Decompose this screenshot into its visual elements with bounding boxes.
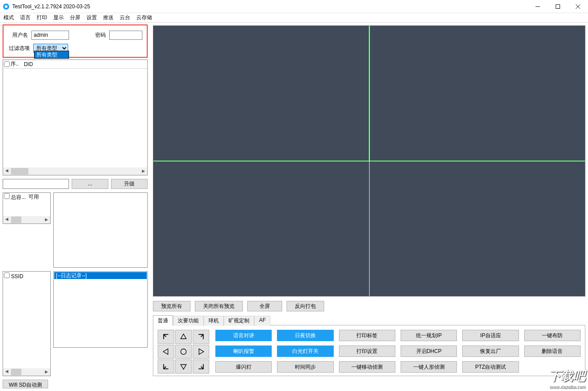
ptz-down-right[interactable] [193, 360, 209, 374]
video-pane-3[interactable] [153, 161, 369, 297]
ptz-down[interactable] [175, 360, 192, 374]
menu-ptz[interactable]: 云台 [120, 14, 130, 21]
ssid-checkbox[interactable] [4, 272, 10, 278]
ptz-autotest-button[interactable]: PTZ自动测试 [462, 361, 519, 373]
cap-checkbox[interactable] [4, 193, 10, 199]
upgrade-button[interactable]: 升级 [111, 179, 148, 189]
ptz-pad [158, 330, 209, 371]
menu-language[interactable]: 语言 [20, 14, 31, 21]
delete-voice-button[interactable]: 删除语音 [524, 346, 581, 357]
menu-cloud[interactable]: 云存储 [136, 14, 152, 21]
scroll-thumb[interactable] [11, 216, 21, 223]
menu-settings[interactable]: 设置 [86, 14, 97, 21]
white-light-button[interactable]: 白光灯开关 [277, 346, 333, 357]
reverse-pack-button[interactable]: 反向打包 [287, 301, 324, 311]
tab-content: 语音对讲 日夜切换 打印标签 统一规划IP IP自适应 一键布防 喇叭报警 白光… [153, 325, 585, 376]
cap-hscroll[interactable]: ◄ ► [3, 216, 50, 223]
scroll-right-icon[interactable]: ► [43, 216, 50, 223]
plan-ip-button[interactable]: 统一规划IP [401, 330, 457, 341]
file-path-input[interactable] [3, 179, 69, 189]
factory-reset-button[interactable]: 恢复出厂 [462, 346, 519, 357]
dhcp-button[interactable]: 开启DHCP [401, 346, 457, 357]
ptz-up-right[interactable] [193, 330, 209, 344]
close-all-preview-button[interactable]: 关闭所有预览 [195, 301, 243, 311]
ptz-down-left[interactable] [158, 360, 174, 374]
tab-af[interactable]: AF [254, 316, 270, 326]
speaker-alarm-button[interactable]: 喇叭报警 [215, 346, 272, 357]
ptz-up[interactable] [175, 330, 192, 344]
print-settings-button[interactable]: 打印设置 [339, 346, 395, 357]
strobe-button[interactable]: 爆闪灯 [215, 361, 272, 373]
arm-button[interactable]: 一键布防 [524, 330, 581, 341]
menu-display[interactable]: 显示 [53, 14, 64, 21]
video-grid [153, 25, 585, 297]
username-input[interactable] [31, 31, 69, 40]
scroll-thumb[interactable] [11, 369, 21, 375]
scroll-right-icon[interactable]: ► [43, 368, 50, 376]
print-label-button[interactable]: 打印标签 [339, 330, 395, 341]
title-bar: TestTool_v2.1.2.7924 2020-03-25 [0, 0, 588, 13]
filter-dropdown-option[interactable]: 所有类型 [34, 51, 69, 59]
menu-split[interactable]: 分屏 [70, 14, 80, 21]
username-label: 用户名 [8, 31, 28, 39]
voice-intercom-button[interactable]: 语音对讲 [215, 330, 272, 341]
devlist-checkbox-all[interactable] [4, 61, 10, 67]
preview-all-button[interactable]: 预览所有 [153, 301, 190, 311]
password-label: 密码 [93, 31, 106, 39]
scroll-left-icon[interactable]: ◄ [3, 368, 10, 376]
tab-megvii[interactable]: 旷视定制 [224, 316, 254, 326]
browse-button[interactable]: ... [72, 179, 108, 189]
ssid-hscroll[interactable]: ◄ ► [3, 368, 50, 376]
filter-label: 过滤选项 [8, 45, 30, 52]
svg-point-6 [181, 349, 187, 355]
tab-general[interactable]: 普通 [153, 315, 173, 325]
minimize-button[interactable] [528, 0, 548, 13]
menu-mode[interactable]: 模式 [3, 14, 14, 21]
motion-detect-button[interactable]: 一键移动侦测 [339, 361, 395, 373]
ptz-right[interactable] [193, 345, 209, 359]
left-panel: 用户名 密码 过滤选项 所有类型 所有类型 序.. DID ◄ ► [0, 23, 150, 391]
ptz-left[interactable] [158, 345, 174, 359]
fullscreen-button[interactable]: 全屏 [247, 301, 282, 311]
maximize-button[interactable] [548, 0, 568, 13]
time-sync-button[interactable]: 时间同步 [277, 361, 333, 373]
cap-col-avail: 可用 [28, 193, 39, 201]
app-icon [3, 3, 10, 10]
devlist-hscroll[interactable]: ◄ ► [3, 168, 147, 175]
video-pane-1[interactable] [153, 26, 369, 161]
wifi-sd-test-button[interactable]: Wifi SD自动测 [3, 380, 48, 388]
ip-adaptive-button[interactable]: IP自适应 [462, 330, 519, 341]
tab-dome[interactable]: 球机 [204, 316, 224, 326]
ptz-center[interactable] [175, 345, 192, 359]
svg-rect-3 [556, 4, 560, 8]
scroll-right-icon[interactable]: ► [140, 168, 147, 175]
svg-point-1 [5, 5, 7, 8]
menu-push[interactable]: 推送 [103, 14, 114, 21]
window-title: TestTool_v2.1.2.7924 2020-03-25 [12, 3, 90, 10]
right-panel: 预览所有 关闭所有预览 全屏 反向打包 普通 次要功能 球机 旷视定制 AF [150, 23, 588, 391]
password-input[interactable] [109, 31, 142, 40]
scroll-thumb[interactable] [11, 168, 28, 175]
log-box-lower[interactable]: [--日志记录--] [53, 271, 148, 348]
tab-bar: 普通 次要功能 球机 旷视定制 AF [153, 315, 585, 325]
menu-print[interactable]: 打印 [37, 14, 47, 21]
menu-bar: 模式 语言 打印 显示 分屏 设置 推送 云台 云存储 [0, 13, 588, 23]
devlist-col-did: DID [24, 61, 33, 67]
video-pane-2[interactable] [370, 26, 585, 161]
device-list[interactable]: 序.. DID ◄ ► [3, 59, 148, 175]
credentials-box: 用户名 密码 过滤选项 所有类型 所有类型 [3, 24, 148, 58]
ssid-list[interactable]: SSID ◄ ► [3, 271, 51, 376]
day-night-button[interactable]: 日夜切换 [277, 330, 333, 341]
video-pane-4[interactable] [370, 161, 585, 297]
scroll-left-icon[interactable]: ◄ [3, 168, 10, 175]
function-button-grid: 语音对讲 日夜切换 打印标签 统一规划IP IP自适应 一键布防 喇叭报警 白光… [215, 330, 581, 371]
log-line[interactable]: [--日志记录--] [54, 272, 147, 279]
tab-secondary[interactable]: 次要功能 [173, 316, 204, 326]
log-box-upper[interactable] [53, 192, 148, 268]
ptz-up-left[interactable] [158, 330, 174, 344]
human-detect-button[interactable]: 一键人形侦测 [401, 361, 457, 373]
ssid-col: SSID [11, 273, 23, 279]
capacity-list[interactable]: 总容... 可用 ◄ ► [3, 192, 51, 224]
scroll-left-icon[interactable]: ◄ [3, 216, 10, 223]
close-button[interactable] [568, 0, 588, 13]
